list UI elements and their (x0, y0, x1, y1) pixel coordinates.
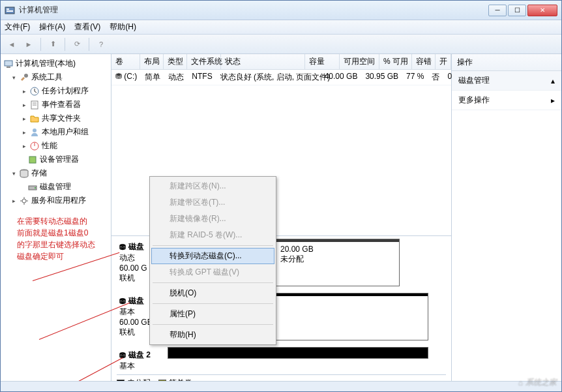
menu-view[interactable]: 查看(V) (74, 22, 100, 33)
title-bar[interactable]: 计算机管理 ─ ☐ ✕ (1, 1, 561, 20)
menu-separator (153, 324, 273, 325)
up-button[interactable]: ⬆ (46, 37, 60, 52)
disk-2-type: 基本 (119, 361, 165, 372)
menu-file[interactable]: 文件(F) (5, 22, 30, 33)
cell-tol: 否 (428, 70, 443, 85)
refresh-button[interactable]: ⟳ (70, 37, 84, 52)
menu-offline[interactable]: 脱机(O) (151, 285, 274, 301)
cell-type: 动态 (164, 70, 188, 85)
col-volume[interactable]: 卷 (111, 54, 140, 69)
tree-local-users[interactable]: ▸ 本地用户和组 (2, 125, 110, 139)
menu-action[interactable]: 操作(A) (39, 22, 65, 33)
col-tolerance[interactable]: 容错 (412, 54, 436, 69)
app-window: 计算机管理 ─ ☐ ✕ 文件(F) 操作(A) 查看(V) 帮助(H) ◄ ► … (0, 0, 562, 392)
actions-more[interactable]: 更多操作 ▸ (452, 91, 561, 110)
disk-2-seg1[interactable] (168, 347, 428, 359)
tree-storage[interactable]: ▾ 存储 (2, 166, 110, 180)
volume-row[interactable]: ⛃ (C:) 简单 动态 NTFS 状态良好 (系统, 启动, 页面文件) 40… (111, 70, 451, 85)
menu-convert-gpt[interactable]: 转换成 GPT 磁盘(V) (151, 264, 274, 280)
tree-shared-folders[interactable]: ▸ 共享文件夹 (2, 112, 110, 125)
tree-disk-management[interactable]: 磁盘管理 (2, 180, 110, 194)
caret-down-icon[interactable]: ▾ (11, 74, 17, 80)
tree-services[interactable]: ▸ 服务和应用程序 (2, 194, 110, 207)
svg-point-16 (35, 187, 36, 188)
menu-separator (153, 245, 273, 246)
actions-disk-mgmt[interactable]: 磁盘管理 ▴ (452, 71, 561, 91)
menu-properties[interactable]: 属性(P) (151, 306, 274, 322)
menu-separator (153, 282, 273, 283)
users-icon (29, 127, 40, 138)
caret-right-icon[interactable]: ▸ (11, 198, 17, 204)
cell-status: 状态良好 (系统, 启动, 页面文件) (216, 70, 321, 85)
svg-point-5 (24, 74, 28, 78)
maximize-button[interactable]: ☐ (508, 5, 526, 16)
col-layout[interactable]: 布局 (140, 54, 164, 69)
volume-list-header[interactable]: 卷 布局 类型 文件系统 状态 容量 可用空间 % 可用 容错 开 (111, 54, 451, 70)
services-icon (19, 196, 29, 206)
clock-icon (29, 86, 40, 97)
caret-right-icon[interactable]: ▸ (22, 102, 27, 108)
caret-right-icon[interactable]: ▸ (22, 129, 27, 135)
storage-icon (19, 168, 29, 179)
tree-event-viewer[interactable]: ▸ 事件查看器 (2, 98, 110, 112)
tree-device-manager[interactable]: 设备管理器 (2, 153, 110, 166)
actions-header: 操作 (452, 54, 561, 71)
forward-button[interactable]: ► (22, 37, 36, 52)
collapse-icon[interactable]: ▴ (551, 76, 555, 85)
cell-pct: 77 % (402, 70, 428, 85)
disk-0-seg2[interactable]: 20.00 GB 未分配 (276, 239, 400, 286)
context-menu[interactable]: 新建跨区卷(N)... 新建带区卷(T)... 新建镜像卷(R)... 新建 R… (149, 176, 276, 345)
drive-icon: ⛃ (115, 72, 122, 81)
seg-color (276, 239, 399, 242)
log-icon (29, 100, 40, 110)
cell-capacity: 40.00 GB (321, 70, 362, 85)
tree-label: 任务计划程序 (42, 85, 89, 97)
tree-label: 性能 (42, 140, 57, 151)
window-controls: ─ ☐ ✕ (488, 5, 557, 16)
menu-new-raid5[interactable]: 新建 RAID-5 卷(W)... (151, 227, 274, 243)
col-free[interactable]: 可用空间 (340, 54, 379, 69)
menu-bar: 文件(F) 操作(A) 查看(V) 帮助(H) (1, 20, 561, 35)
svg-rect-4 (7, 67, 10, 68)
computer-icon (3, 59, 14, 69)
caret-right-icon[interactable]: ▸ (22, 143, 27, 149)
disk-2-info[interactable]: ⛃磁盘 2 基本 (117, 347, 168, 374)
tree-root[interactable]: 计算机管理(本地) (2, 57, 110, 70)
folder-share-icon (29, 113, 40, 124)
tree-label: 存储 (31, 168, 47, 179)
close-button[interactable]: ✕ (527, 5, 557, 16)
menu-help[interactable]: 帮助(H) (110, 22, 136, 33)
col-percent[interactable]: % 可用 (379, 54, 412, 69)
menu-new-mirror[interactable]: 新建镜像卷(R)... (151, 211, 274, 227)
caret-down-icon[interactable]: ▾ (11, 170, 17, 176)
svg-rect-13 (29, 157, 36, 163)
col-type[interactable]: 类型 (164, 54, 187, 69)
expand-icon[interactable]: ▸ (551, 96, 555, 105)
toolbar-divider (89, 38, 89, 51)
disk-2-row[interactable]: ⛃磁盘 2 基本 (117, 347, 446, 374)
help-button[interactable]: ? (94, 37, 108, 52)
svg-rect-3 (5, 61, 12, 66)
menu-convert-dynamic[interactable]: 转换到动态磁盘(C)... (151, 248, 274, 264)
toolbar-divider (65, 38, 65, 51)
minimize-button[interactable]: ─ (488, 5, 507, 16)
tree-task-scheduler[interactable]: ▸ 任务计划程序 (2, 84, 110, 98)
menu-separator (153, 303, 273, 304)
caret-right-icon[interactable]: ▸ (22, 88, 27, 94)
col-open[interactable]: 开 (436, 54, 451, 69)
caret-right-icon[interactable]: ▸ (22, 115, 27, 121)
svg-rect-1 (7, 8, 9, 10)
back-button[interactable]: ◄ (5, 37, 19, 52)
col-filesystem[interactable]: 文件系统 (187, 54, 221, 69)
menu-new-spanned[interactable]: 新建跨区卷(N)... (151, 178, 274, 194)
col-capacity[interactable]: 容量 (305, 54, 340, 69)
col-status[interactable]: 状态 (221, 54, 305, 69)
seg-size: 20.00 GB (280, 245, 395, 254)
tree-performance[interactable]: ▸ 性能 (2, 139, 110, 153)
menu-new-striped[interactable]: 新建带区卷(T)... (151, 194, 274, 211)
menu-help[interactable]: 帮助(H) (151, 327, 274, 343)
disk-icon (27, 182, 38, 192)
status-bar (1, 381, 561, 391)
tree-system-tools[interactable]: ▾ 系统工具 (2, 70, 110, 84)
tree-root-label: 计算机管理(本地) (16, 58, 76, 69)
